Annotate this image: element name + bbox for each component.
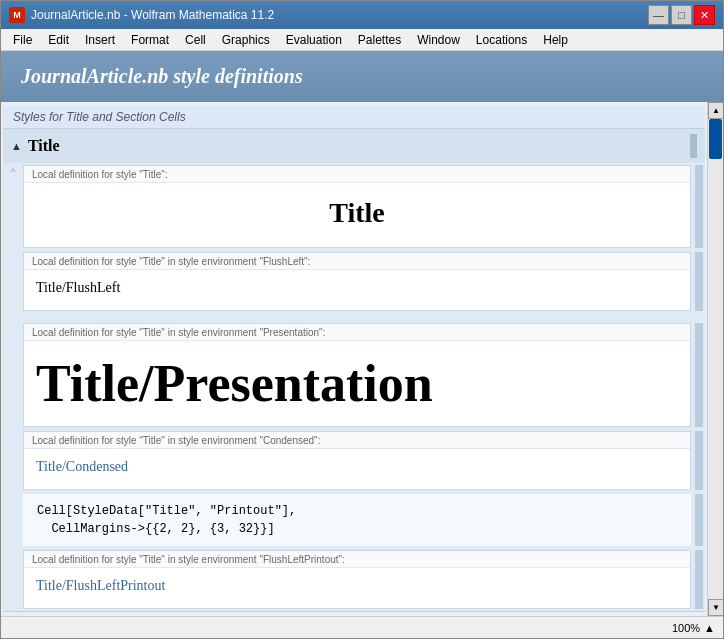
svg-text:M: M bbox=[13, 10, 21, 20]
table-row: Local definition for style "Title" in st… bbox=[3, 321, 705, 429]
cell-label-2: Local definition for style "Title" in st… bbox=[24, 253, 690, 270]
cell-bracket-1[interactable] bbox=[695, 165, 703, 248]
app-icon: M bbox=[9, 7, 25, 23]
menu-edit[interactable]: Edit bbox=[40, 31, 77, 49]
cell-margin-3 bbox=[3, 321, 23, 429]
table-row: Local definition for style "Title" in st… bbox=[3, 250, 705, 313]
menu-graphics[interactable]: Graphics bbox=[214, 31, 278, 49]
cell-margin-5 bbox=[3, 492, 23, 548]
cell-label-4: Local definition for style "Title" in st… bbox=[24, 432, 690, 449]
cell-main-1: Local definition for style "Title": Titl… bbox=[23, 165, 691, 248]
cell-label-6: Local definition for style "Title" in st… bbox=[24, 551, 690, 568]
menu-help[interactable]: Help bbox=[535, 31, 576, 49]
menu-evaluation[interactable]: Evaluation bbox=[278, 31, 350, 49]
cell-bracket-3[interactable] bbox=[695, 323, 703, 427]
content-area: Styles for Title and Section Cells ▲ Tit… bbox=[1, 102, 723, 616]
scroll-down-button[interactable]: ▼ bbox=[708, 599, 723, 616]
menu-file[interactable]: File bbox=[5, 31, 40, 49]
cell-bracket-2[interactable] bbox=[695, 252, 703, 311]
cell-content-6: Title/FlushLeftPrintout bbox=[24, 568, 690, 608]
cell-bracket-6[interactable] bbox=[695, 550, 703, 609]
title-bar-left: M JournalArticle.nb - Wolfram Mathematic… bbox=[9, 7, 274, 23]
status-bar: 100% ▲ bbox=[1, 616, 723, 638]
group-header-row: ▲ Title bbox=[3, 129, 705, 163]
scrollbar[interactable]: ▲ ▼ bbox=[707, 102, 723, 616]
window-title: JournalArticle.nb - Wolfram Mathematica … bbox=[31, 8, 274, 22]
maximize-button[interactable]: □ bbox=[671, 5, 692, 25]
cell-margin-1: ^ bbox=[3, 163, 23, 250]
spacer bbox=[3, 313, 705, 321]
cell-main-3: Local definition for style "Title" in st… bbox=[23, 323, 691, 427]
cell-margin-2 bbox=[3, 250, 23, 313]
scrollbar-track[interactable] bbox=[708, 119, 723, 599]
menu-locations[interactable]: Locations bbox=[468, 31, 535, 49]
cell-main-2: Local definition for style "Title" in st… bbox=[23, 252, 691, 311]
scroll-up-button[interactable]: ▲ bbox=[708, 102, 723, 119]
scrollbar-thumb[interactable] bbox=[709, 119, 722, 159]
collapse-arrow[interactable]: ▲ bbox=[11, 140, 22, 152]
cell-content-1: Title bbox=[24, 183, 690, 247]
group-right-bracket[interactable] bbox=[690, 134, 697, 158]
cell-content-4: Title/Condensed bbox=[24, 449, 690, 489]
title-display: Title bbox=[36, 189, 678, 237]
cell-main-6: Local definition for style "Title" in st… bbox=[23, 550, 691, 609]
code-block: Cell[StyleData["Title", "Printout"], Cel… bbox=[23, 494, 691, 546]
close-button[interactable]: ✕ bbox=[694, 5, 715, 25]
cell-label-3: Local definition for style "Title" in st… bbox=[24, 324, 690, 341]
styles-subtitle-text: Styles for Title and Section Cells bbox=[13, 110, 186, 124]
notebook-banner: JournalArticle.nb style definitions bbox=[1, 51, 723, 102]
menu-bar: File Edit Insert Format Cell Graphics Ev… bbox=[1, 29, 723, 51]
table-row: ^ Local definition for style "Title": Ti… bbox=[3, 163, 705, 250]
cell-content-3: Title/Presentation bbox=[24, 341, 690, 426]
title-presentation: Title/Presentation bbox=[36, 347, 678, 416]
cell-main-4: Local definition for style "Title" in st… bbox=[23, 431, 691, 490]
menu-insert[interactable]: Insert bbox=[77, 31, 123, 49]
cell-bracket-5[interactable] bbox=[695, 494, 703, 546]
notebook-content[interactable]: Styles for Title and Section Cells ▲ Tit… bbox=[1, 102, 707, 616]
title-condensed: Title/Condensed bbox=[36, 455, 678, 479]
cell-bracket-4[interactable] bbox=[695, 431, 703, 490]
menu-window[interactable]: Window bbox=[409, 31, 468, 49]
minimize-button[interactable]: — bbox=[648, 5, 669, 25]
styles-subtitle: Styles for Title and Section Cells bbox=[3, 106, 705, 129]
menu-format[interactable]: Format bbox=[123, 31, 177, 49]
banner-text: JournalArticle.nb style definitions bbox=[21, 65, 303, 87]
zoom-up-icon[interactable]: ▲ bbox=[704, 622, 715, 634]
main-window: M JournalArticle.nb - Wolfram Mathematic… bbox=[0, 0, 724, 639]
menu-palettes[interactable]: Palettes bbox=[350, 31, 409, 49]
cell-label-1: Local definition for style "Title": bbox=[24, 166, 690, 183]
title-flushleft: Title/FlushLeft bbox=[36, 276, 678, 300]
title-bar: M JournalArticle.nb - Wolfram Mathematic… bbox=[1, 1, 723, 29]
table-row: Local definition for style "Title" in st… bbox=[3, 429, 705, 492]
group-container: ▲ Title ^ Local definition for style "Ti… bbox=[3, 129, 705, 612]
window-controls: — □ ✕ bbox=[648, 5, 715, 25]
title-flushleft-printout: Title/FlushLeftPrintout bbox=[36, 574, 678, 598]
notebook-body: Styles for Title and Section Cells ▲ Tit… bbox=[1, 102, 707, 616]
zoom-level: 100% bbox=[672, 622, 700, 634]
cell-margin-6 bbox=[3, 548, 23, 611]
menu-cell[interactable]: Cell bbox=[177, 31, 214, 49]
cell-margin-4 bbox=[3, 429, 23, 492]
table-row: Local definition for style "Title" in st… bbox=[3, 548, 705, 611]
table-row: Cell[StyleData["Title", "Printout"], Cel… bbox=[3, 492, 705, 548]
cell-content-2: Title/FlushLeft bbox=[24, 270, 690, 310]
group-name: Title bbox=[28, 137, 60, 155]
